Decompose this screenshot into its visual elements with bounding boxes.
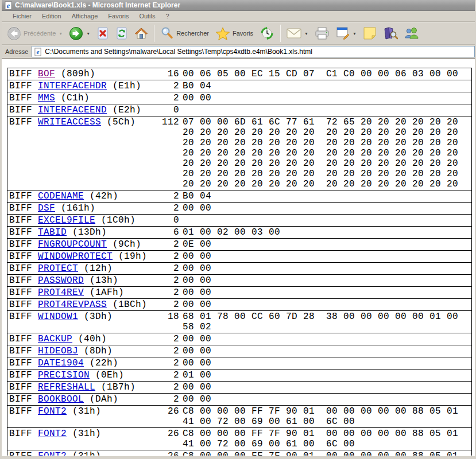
record-name-cell: BIFF HIDEOBJ (8Dh) bbox=[7, 346, 162, 356]
biff-record-row: BIFF BOOKBOOL (DAh)200 00 bbox=[7, 394, 471, 406]
biff-record-row: BIFF PASSWORD (13h)200 00 bbox=[7, 275, 471, 287]
biff-record-link[interactable]: PROT4REVPASS bbox=[38, 299, 107, 310]
record-name-cell: BIFF WINDOW1 (3Dh) bbox=[7, 312, 162, 332]
biff-record-link[interactable]: MMS bbox=[38, 93, 55, 103]
address-label: Adresse bbox=[5, 48, 28, 55]
biff-record-row: BIFF FONT2 (31h)26C8 00 00 00 FF 7F 90 0… bbox=[7, 406, 471, 428]
biff-record-row: BIFF MMS (C1h)200 00 bbox=[7, 92, 471, 104]
record-name-cell: BIFF CODENAME (42h) bbox=[7, 191, 162, 201]
record-hex-dump: 01 00 bbox=[179, 370, 471, 380]
mail-dropdown-icon[interactable]: ▼ bbox=[304, 32, 308, 36]
refresh-icon bbox=[115, 26, 128, 40]
biff-record-link[interactable]: HIDEOBJ bbox=[38, 346, 78, 356]
record-name-cell: BIFF FONT2 (31h) bbox=[7, 406, 162, 427]
record-name-cell: BIFF BOOKBOOL (DAh) bbox=[7, 394, 162, 404]
record-hex-dump: 0E 00 bbox=[179, 239, 471, 250]
mail-button[interactable]: ▼ bbox=[284, 24, 311, 43]
biff-record-link[interactable]: PROT4REV bbox=[38, 287, 84, 298]
menu-item-favoris[interactable]: Favoris bbox=[103, 11, 134, 21]
address-input[interactable]: e C:\Documents and Settings\malware\Loca… bbox=[32, 46, 475, 57]
biff-record-link[interactable]: INTERFACEHDR bbox=[38, 81, 107, 91]
back-button[interactable]: Précédente ▼ bbox=[4, 24, 65, 43]
favorites-label: Favoris bbox=[233, 30, 253, 37]
history-button[interactable] bbox=[257, 24, 277, 43]
biff-record-link[interactable]: REFRESHALL bbox=[38, 382, 95, 392]
biff-record-row: BIFF DATE1904 (22h)200 00 bbox=[7, 357, 471, 369]
biff-record-link[interactable]: PROTECT bbox=[38, 263, 78, 274]
record-hex-dump: 00 00 bbox=[179, 299, 471, 310]
record-name-cell: BIFF BOF (809h) bbox=[7, 69, 162, 79]
biff-record-link[interactable]: BOOKBOOL bbox=[38, 394, 84, 404]
stop-button[interactable] bbox=[94, 24, 112, 43]
record-hex-dump: B0 04 bbox=[179, 191, 471, 201]
refresh-button[interactable] bbox=[113, 24, 131, 43]
record-length: 2 bbox=[162, 346, 179, 356]
page-icon: e bbox=[34, 48, 42, 56]
search-button[interactable]: Rechercher bbox=[157, 24, 212, 43]
address-value: C:\Documents and Settings\malware\Local … bbox=[45, 48, 312, 56]
print-button[interactable] bbox=[312, 24, 332, 43]
home-button[interactable] bbox=[131, 24, 151, 43]
biff-record-row: BIFF PROT4REVPASS (1BCh)200 00 bbox=[7, 299, 471, 311]
record-name-cell: BIFF MMS (C1h) bbox=[7, 93, 162, 103]
biff-record-link[interactable]: DATE1904 bbox=[38, 358, 84, 368]
biff-record-link[interactable]: WINDOW1 bbox=[38, 312, 78, 322]
biff-record-link[interactable]: EXCEL9FILE bbox=[38, 215, 95, 225]
edit-dropdown-icon[interactable]: ▼ bbox=[353, 32, 357, 36]
research-icon bbox=[383, 26, 398, 40]
record-name-cell: BIFF PASSWORD (13h) bbox=[7, 275, 162, 286]
biff-record-link[interactable]: PRECISION bbox=[38, 370, 90, 380]
record-length: 112 bbox=[162, 117, 179, 189]
biff-record-row: BIFF TABID (13Dh)601 00 02 00 03 00 bbox=[7, 227, 471, 239]
history-icon bbox=[260, 26, 274, 41]
biff-record-link[interactable]: INTERFACEEND bbox=[38, 105, 107, 115]
menu-item-affichage[interactable]: Affichage bbox=[67, 11, 103, 21]
favorites-button[interactable]: Favoris bbox=[212, 24, 256, 43]
biff-record-row: BIFF WINDOW1 (3Dh)1868 01 78 00 CC 60 7D… bbox=[7, 311, 471, 333]
biff-record-link[interactable]: TABID bbox=[38, 227, 67, 238]
biff-record-link[interactable]: BOF bbox=[38, 69, 55, 79]
messenger-icon bbox=[404, 26, 419, 40]
biff-record-row: BIFF INTERFACEHDR (E1h)2B0 04 bbox=[7, 80, 471, 92]
menu-item-fichier[interactable]: Fichier bbox=[7, 11, 37, 21]
biff-record-link[interactable]: BACKUP bbox=[38, 334, 72, 344]
biff-record-row: BIFF INTERFACEEND (E2h)0 bbox=[7, 104, 471, 116]
home-icon bbox=[134, 26, 148, 40]
research-button[interactable] bbox=[380, 24, 401, 43]
biff-record-row: BIFF BACKUP (40h)200 00 bbox=[7, 333, 471, 345]
biff-record-row: BIFF FONT2 (31h)26C8 00 00 00 FF 7F 90 0… bbox=[7, 428, 471, 450]
biff-record-link[interactable]: PASSWORD bbox=[38, 275, 84, 286]
forward-dropdown-icon[interactable]: ▼ bbox=[86, 32, 90, 36]
biff-record-link[interactable]: FONT2 bbox=[38, 406, 67, 417]
biff-record-link[interactable]: WINDOWPROTECT bbox=[38, 251, 113, 262]
discuss-button[interactable] bbox=[360, 24, 380, 43]
forward-button[interactable]: ▼ bbox=[66, 24, 93, 43]
record-hex-dump: 00 00 bbox=[179, 334, 471, 344]
record-length: 16 bbox=[162, 69, 179, 79]
record-hex-dump: 00 00 bbox=[179, 287, 471, 298]
biff-record-row: BIFF DSF (161h)200 00 bbox=[7, 203, 471, 215]
biff-record-link[interactable]: FONT2 bbox=[38, 429, 67, 439]
biff-record-link[interactable]: WRITEACCESS bbox=[38, 117, 101, 127]
biff-record-row: BIFF EXCEL9FILE (1C0h)0 bbox=[7, 215, 471, 227]
record-length: 2 bbox=[162, 81, 179, 91]
biff-record-row: BIFF PROT4REV (1AFh)200 00 bbox=[7, 287, 471, 299]
record-length: 6 bbox=[162, 227, 179, 238]
record-name-cell: BIFF DSF (161h) bbox=[7, 203, 162, 213]
stop-icon bbox=[96, 26, 109, 40]
messenger-button[interactable] bbox=[401, 24, 422, 43]
biff-record-link[interactable]: DSF bbox=[38, 203, 55, 213]
edit-button[interactable]: ▼ bbox=[333, 24, 359, 43]
biff-record-row: BIFF WRITEACCESS (5Ch)11207 00 00 6D 61 … bbox=[7, 116, 471, 190]
menu-item-outils[interactable]: Outils bbox=[134, 11, 160, 21]
biff-record-row: BIFF FNGROUPCOUNT (9Ch)20E 00 bbox=[7, 239, 471, 251]
menu-item-edition[interactable]: Edition bbox=[37, 11, 67, 21]
biff-record-link[interactable]: FNGROUPCOUNT bbox=[38, 239, 107, 250]
svg-text:e: e bbox=[7, 1, 10, 9]
record-hex-dump bbox=[179, 215, 471, 225]
biff-record-link[interactable]: CODENAME bbox=[38, 191, 84, 201]
page-content: BIFF BOF (809h)1600 06 05 00 EC 15 CD 07… bbox=[2, 60, 475, 459]
back-dropdown-icon[interactable]: ▼ bbox=[59, 32, 63, 36]
menu-item-aide[interactable]: ? bbox=[161, 11, 175, 21]
record-hex-dump: B0 04 bbox=[179, 81, 471, 91]
